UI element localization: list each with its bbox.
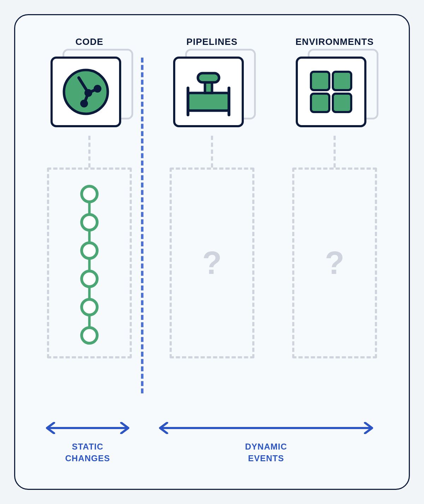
git-branch-icon xyxy=(59,65,112,118)
label-environments: ENVIRONMENTS xyxy=(295,36,373,47)
svg-point-10 xyxy=(82,243,97,258)
commit-chain-icon xyxy=(75,180,104,346)
label-dynamic: DYNAMIC EVENTS xyxy=(245,441,287,464)
icon-stack-code xyxy=(51,54,128,131)
svg-point-11 xyxy=(82,271,97,287)
svg-rect-18 xyxy=(198,73,219,82)
svg-rect-14 xyxy=(188,93,229,111)
column-environments: ENVIRONMENTS ? xyxy=(285,36,384,461)
diagram-frame: CODE xyxy=(14,14,410,490)
label-code: CODE xyxy=(75,36,103,47)
svg-point-8 xyxy=(82,186,97,202)
section-static: STATIC CHANGES xyxy=(43,422,132,464)
placeholder-environments: ? xyxy=(325,245,344,281)
label-pipelines: PIPELINES xyxy=(187,36,238,47)
columns-row: CODE xyxy=(40,36,384,461)
section-divider xyxy=(141,58,143,393)
svg-point-5 xyxy=(80,100,88,107)
content-box-code xyxy=(47,168,132,358)
double-arrow-icon xyxy=(43,422,132,434)
icon-stack-pipelines xyxy=(173,54,251,131)
connector-line xyxy=(334,136,336,168)
label-static: STATIC CHANGES xyxy=(65,441,110,464)
column-pipelines: PIPELINES ? xyxy=(163,36,261,461)
section-dynamic: DYNAMIC EVENTS xyxy=(157,422,376,464)
svg-rect-21 xyxy=(311,94,329,112)
double-arrow-icon xyxy=(157,422,376,434)
icon-box-pipelines xyxy=(173,57,244,127)
connector-line xyxy=(211,136,213,168)
content-box-environments: ? xyxy=(292,168,377,358)
icon-box-environments xyxy=(296,57,366,127)
icon-box-code xyxy=(51,57,121,127)
icon-stack-environments xyxy=(296,54,373,131)
svg-rect-22 xyxy=(333,94,351,112)
svg-point-6 xyxy=(94,85,101,93)
grid-tiles-icon xyxy=(305,65,358,118)
placeholder-pipelines: ? xyxy=(202,245,222,281)
svg-rect-20 xyxy=(333,72,351,90)
svg-rect-19 xyxy=(311,72,329,90)
svg-point-4 xyxy=(84,89,92,97)
column-code: CODE xyxy=(40,36,139,461)
svg-point-12 xyxy=(82,299,97,315)
connector-line xyxy=(88,136,90,168)
valve-pipe-icon xyxy=(180,65,237,118)
svg-point-13 xyxy=(82,328,97,343)
svg-rect-17 xyxy=(205,82,212,93)
svg-point-9 xyxy=(82,215,97,230)
content-box-pipelines: ? xyxy=(170,168,254,358)
